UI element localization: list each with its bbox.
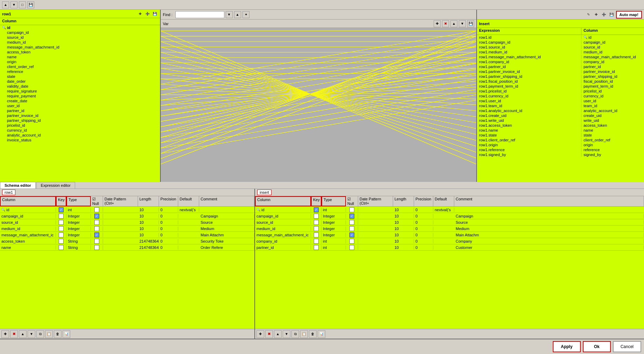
schema-row[interactable]: company_idint100Company xyxy=(255,238,644,244)
left-list-item[interactable]: analytic_account_id xyxy=(0,133,160,138)
move-down-btn[interactable]: ▼ xyxy=(10,1,17,8)
add-icon-btn[interactable]: ✚ xyxy=(137,11,143,17)
right-panel-list[interactable]: row1.id🔍idrow1.campaign_idcampaign_idrow… xyxy=(477,35,644,182)
arrow-icon-btn[interactable]: ➕ xyxy=(144,11,151,17)
null-checkbox[interactable] xyxy=(349,226,354,231)
schema-row[interactable]: medium_idInteger100Medium xyxy=(0,226,254,232)
save-icon-btn[interactable]: 💾 xyxy=(152,11,158,17)
left-list-item[interactable]: reference xyxy=(0,69,160,74)
var-up-btn[interactable]: ▲ xyxy=(450,20,457,27)
schema-row[interactable]: message_main_attachment_icInteger100Main… xyxy=(255,232,644,238)
left-list-item[interactable]: require_signature xyxy=(0,89,160,94)
right-list-row[interactable]: row1.payment_term_idpayment_term_id xyxy=(477,84,644,89)
null-checkbox[interactable] xyxy=(94,233,99,237)
right-list-row[interactable]: row1.company_idcompany_id xyxy=(477,59,644,64)
right-schema-rows[interactable]: 🔍idint100nextval('scampaign_idInteger100… xyxy=(255,207,644,329)
right-list-row[interactable]: row1.originorigin xyxy=(477,142,644,147)
schema-null-cell[interactable] xyxy=(346,233,358,237)
key-checkbox[interactable] xyxy=(59,207,64,212)
key-checkbox-empty[interactable] xyxy=(314,226,319,231)
schema-row[interactable]: access_tokenString21474836470Security To… xyxy=(0,238,254,244)
left-list-item[interactable]: validity_date xyxy=(0,84,160,89)
schema-row[interactable]: medium_idInteger100Medium xyxy=(255,226,644,232)
right-copy-btn[interactable]: ⧉ xyxy=(291,330,299,338)
key-checkbox-empty[interactable] xyxy=(59,214,64,219)
right-list-row[interactable]: row1.source_idsource_id xyxy=(477,45,644,50)
schema-key-cell[interactable] xyxy=(311,233,321,237)
schema-key-cell[interactable] xyxy=(56,245,66,250)
right-del-btn[interactable]: ✖ xyxy=(265,330,273,338)
null-checkbox[interactable] xyxy=(94,220,99,225)
var-del-btn[interactable]: ✖ xyxy=(442,20,449,27)
key-checkbox-empty[interactable] xyxy=(314,214,319,219)
schema-row[interactable]: campaign_idInteger100Campaign xyxy=(0,213,254,219)
left-list-item[interactable]: message_main_attachment_id xyxy=(0,45,160,50)
center-down-btn[interactable]: ▼ xyxy=(226,11,233,18)
schema-key-cell[interactable] xyxy=(311,226,321,231)
key-checkbox-empty[interactable] xyxy=(314,245,319,250)
left-list-item[interactable]: partner_shipping_id xyxy=(0,118,160,123)
right-list-row[interactable]: row1.partner_idpartner_id xyxy=(477,64,644,69)
left-list-item[interactable]: partner_id xyxy=(0,108,160,113)
right-export-btn[interactable]: 📊 xyxy=(318,330,325,338)
key-checkbox-empty[interactable] xyxy=(59,239,64,244)
schema-key-cell[interactable] xyxy=(311,245,321,250)
right-list-row[interactable]: row1.statestate xyxy=(477,133,644,138)
right-save-btn[interactable]: 💾 xyxy=(608,12,615,18)
schema-null-cell[interactable] xyxy=(346,220,358,225)
schema-row[interactable]: 🔍idint100nextval('s xyxy=(255,207,644,213)
null-checkbox[interactable] xyxy=(349,245,354,250)
right-list-row[interactable]: row1.client_order_refclient_order_ref xyxy=(477,138,644,142)
schema-key-cell[interactable] xyxy=(56,214,66,219)
right-up-btn[interactable]: ▲ xyxy=(274,330,282,338)
key-checkbox-empty[interactable] xyxy=(59,220,64,225)
left-trash-btn[interactable]: 🗑 xyxy=(54,330,61,338)
schema-row[interactable]: source_idInteger100Source xyxy=(0,219,254,226)
right-edit-btn[interactable]: ✎ xyxy=(585,12,592,18)
center-up-btn[interactable]: ▲ xyxy=(234,11,241,18)
left-list-item[interactable]: pricelist_id xyxy=(0,123,160,128)
right-list-row[interactable]: row1.create_uidcreate_uid xyxy=(477,113,644,118)
left-up-btn[interactable]: ▲ xyxy=(19,330,27,338)
left-list-item[interactable]: currency_id xyxy=(0,128,160,133)
null-checkbox[interactable] xyxy=(349,239,354,244)
schema-key-cell[interactable] xyxy=(56,233,66,237)
right-list-row[interactable]: row1.access_tokenaccess_token xyxy=(477,123,644,128)
left-list-item[interactable]: source_id xyxy=(0,35,160,40)
schema-null-cell[interactable] xyxy=(91,245,103,250)
tab-schema-editor[interactable]: Schema editor xyxy=(0,182,36,189)
left-list-item[interactable]: origin xyxy=(0,59,160,64)
right-list-row[interactable]: row1.namename xyxy=(477,128,644,133)
left-list-item[interactable]: partner_invoice_id xyxy=(0,113,160,118)
var-down-btn[interactable]: ▼ xyxy=(459,20,466,27)
var-add-btn[interactable]: ✚ xyxy=(434,20,441,27)
right-add-btn[interactable]: ✚ xyxy=(593,12,599,18)
find-input[interactable] xyxy=(175,11,224,18)
left-schema-rows[interactable]: 🔍idint100nextval('scampaign_idInteger100… xyxy=(0,207,254,329)
null-checkbox[interactable] xyxy=(94,245,99,250)
schema-null-cell[interactable] xyxy=(346,226,358,231)
schema-row[interactable]: 🔍idint100nextval('s xyxy=(0,207,254,213)
schema-key-cell[interactable] xyxy=(311,239,321,244)
left-export-btn[interactable]: 📊 xyxy=(63,330,70,338)
schema-row[interactable]: nameString21474836470Order Refere xyxy=(0,244,254,251)
key-checkbox-empty[interactable] xyxy=(314,239,319,244)
ok-button[interactable]: Ok xyxy=(583,341,611,352)
schema-btn[interactable]: □ xyxy=(19,1,26,8)
right-list-row[interactable]: row1.fiscal_position_idfiscal_position_i… xyxy=(477,79,644,84)
right-list-row[interactable]: row1.signed_bysigned_by xyxy=(477,152,644,157)
left-add-btn[interactable]: ✚ xyxy=(1,330,9,338)
null-checkbox[interactable] xyxy=(349,214,354,219)
schema-row[interactable]: message_main_attachment_icInteger100Main… xyxy=(0,232,254,238)
key-checkbox-empty[interactable] xyxy=(314,233,319,237)
key-checkbox-empty[interactable] xyxy=(59,245,64,250)
right-list-row[interactable]: row1.analytic_account_idanalytic_account… xyxy=(477,108,644,113)
null-checkbox[interactable] xyxy=(94,214,99,219)
cancel-button[interactable]: Cancel xyxy=(613,341,641,352)
key-checkbox[interactable] xyxy=(314,207,319,212)
schema-key-cell[interactable] xyxy=(311,214,321,219)
schema-row[interactable]: source_idInteger100Source xyxy=(255,219,644,226)
left-down-btn[interactable]: ▼ xyxy=(28,330,35,338)
schema-key-cell[interactable] xyxy=(56,239,66,244)
schema-null-cell[interactable] xyxy=(346,207,358,212)
